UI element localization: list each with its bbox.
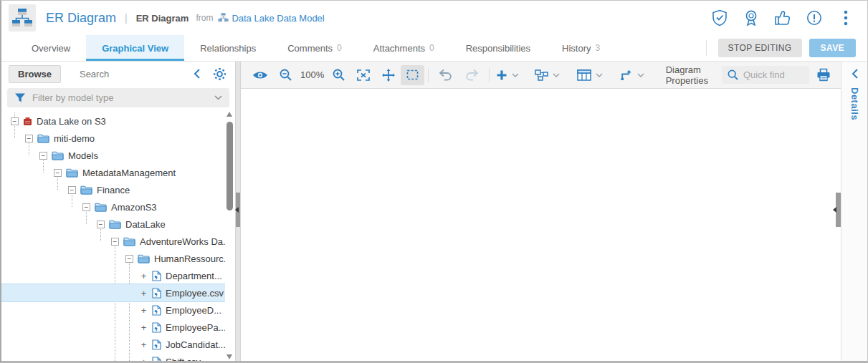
- alert-circle-icon[interactable]: [806, 9, 823, 26]
- shield-check-icon[interactable]: [711, 9, 728, 26]
- tab[interactable]: Comments 0: [272, 35, 358, 61]
- tree-item[interactable]: − + Models: [1, 147, 225, 164]
- tree-item[interactable]: − + EmployeeD...: [1, 301, 225, 319]
- tab-label: Overview: [32, 43, 70, 54]
- details-tab[interactable]: Details: [849, 87, 860, 120]
- tree-item[interactable]: − + JobCandidat...: [1, 336, 225, 353]
- add-entity-dropdown[interactable]: [493, 69, 522, 81]
- tab-count: 0: [429, 43, 434, 53]
- tree-item[interactable]: − + HumanRessourc...: [1, 250, 225, 267]
- tab[interactable]: Overview: [16, 35, 86, 61]
- tree-item[interactable]: − + Shift.csv: [1, 353, 225, 363]
- diagram-toolbar: 100%: [241, 62, 841, 88]
- tree-item-label: Shift.csv: [166, 357, 201, 363]
- app-window: ER Diagram | ER Diagram from Data Lake D…: [0, 0, 868, 363]
- expand-details-icon[interactable]: [852, 69, 858, 79]
- tree-item[interactable]: − + miti-demo: [1, 130, 225, 147]
- tree-item-label: DataLake: [125, 219, 166, 230]
- zoom-in-icon[interactable]: [327, 65, 350, 85]
- expand-toggle[interactable]: +: [140, 358, 148, 363]
- collapse-toggle[interactable]: −: [82, 203, 90, 211]
- tree-scrollbar[interactable]: [226, 112, 234, 359]
- tree-item[interactable]: − + AmazonS3: [1, 198, 225, 216]
- pan-move-icon[interactable]: [376, 65, 401, 85]
- browse-tab[interactable]: Browse: [9, 65, 61, 83]
- tab-label: Graphical View: [102, 43, 168, 54]
- tree-item[interactable]: − + DataLake: [1, 216, 225, 233]
- tree-item[interactable]: − + EmployeePa...: [1, 319, 225, 336]
- model-link[interactable]: Data Lake Data Model: [232, 13, 324, 24]
- scroll-up-arrow[interactable]: [226, 112, 232, 117]
- redo-icon[interactable]: [459, 65, 485, 85]
- diagram-area: 100%: [241, 62, 841, 363]
- collapse-toggle[interactable]: −: [111, 238, 119, 246]
- tab[interactable]: Relationships: [184, 35, 272, 61]
- expand-toggle[interactable]: +: [140, 341, 148, 349]
- tree-item[interactable]: − + Finance: [1, 181, 225, 198]
- collapse-toggle[interactable]: −: [11, 117, 19, 125]
- tree-item[interactable]: − + Data Lake on S3: [1, 112, 225, 130]
- tab[interactable]: Graphical View: [86, 35, 184, 61]
- thumbs-up-icon[interactable]: [774, 9, 791, 26]
- tab[interactable]: Responsibilities: [450, 35, 546, 61]
- expand-toggle[interactable]: +: [140, 289, 148, 297]
- relationship-dropdown[interactable]: [617, 69, 647, 81]
- quick-find-input[interactable]: [743, 69, 805, 80]
- panel-splitter[interactable]: [235, 62, 241, 363]
- object-name: ER Diagram: [136, 13, 189, 24]
- splitter-handle[interactable]: [236, 193, 240, 227]
- visibility-icon[interactable]: [247, 65, 274, 85]
- collapse-toggle[interactable]: −: [125, 255, 133, 263]
- collapse-toggle[interactable]: −: [97, 221, 105, 228]
- collapse-toggle[interactable]: −: [68, 186, 76, 194]
- tree-item[interactable]: − + Department...: [1, 267, 225, 284]
- csv-file-icon: [152, 288, 161, 299]
- fit-screen-icon[interactable]: [350, 65, 376, 85]
- collapse-toggle[interactable]: −: [39, 152, 47, 160]
- model-icon: [23, 117, 32, 126]
- collapse-toggle[interactable]: −: [25, 135, 33, 142]
- expand-toggle[interactable]: +: [140, 272, 148, 280]
- select-rectangle-icon[interactable]: [401, 65, 424, 85]
- app-header: ER Diagram | ER Diagram from Data Lake D…: [1, 1, 867, 35]
- tree-item[interactable]: − + MetadataManagement: [1, 164, 225, 181]
- chevron-down-icon: [637, 73, 644, 77]
- quick-find-box[interactable]: [722, 66, 809, 84]
- title-separator: |: [125, 12, 128, 24]
- expand-toggle[interactable]: +: [140, 324, 148, 331]
- tree-item-label: AmazonS3: [111, 202, 157, 213]
- folder-icon: [52, 151, 64, 160]
- search-tab[interactable]: Search: [80, 69, 109, 79]
- tab[interactable]: Attachments 0: [358, 35, 450, 61]
- collapse-panel-icon[interactable]: [194, 69, 200, 79]
- stop-editing-button[interactable]: STOP EDITING: [718, 39, 802, 57]
- model-tree: − + Data Lake on S3: [1, 112, 225, 363]
- zoom-out-icon[interactable]: [274, 65, 297, 85]
- table-display-dropdown[interactable]: [574, 69, 606, 81]
- diagram-properties-button[interactable]: Diagram Properties: [666, 64, 722, 86]
- certification-badge-icon[interactable]: [743, 9, 760, 26]
- scroll-down-arrow[interactable]: [226, 354, 232, 359]
- tab-label: Responsibilities: [466, 43, 530, 54]
- scrollbar-thumb[interactable]: [226, 122, 233, 210]
- more-vertical-icon[interactable]: [837, 9, 854, 26]
- folder-icon: [80, 185, 92, 195]
- folder-icon: [123, 237, 135, 246]
- tab-label: Attachments: [373, 43, 425, 54]
- details-splitter-handle[interactable]: [836, 193, 841, 227]
- diagram-canvas[interactable]: [241, 88, 841, 363]
- collapse-toggle[interactable]: −: [54, 169, 62, 177]
- print-icon[interactable]: [816, 68, 831, 82]
- undo-icon[interactable]: [432, 65, 459, 85]
- tree-item[interactable]: − + Employee.csv: [1, 284, 225, 301]
- save-button[interactable]: SAVE: [809, 39, 856, 57]
- tree-item-label: Models: [68, 150, 98, 161]
- tab[interactable]: History 3: [546, 35, 616, 61]
- chevron-down-icon: [553, 73, 560, 77]
- model-type-filter[interactable]: Filter by model type: [7, 88, 229, 107]
- expand-toggle[interactable]: +: [140, 306, 148, 314]
- auto-layout-dropdown[interactable]: [532, 69, 563, 81]
- gear-icon[interactable]: [213, 67, 226, 81]
- tree-item[interactable]: − + AdventureWorks Da...: [1, 233, 225, 250]
- tab-label: Relationships: [200, 43, 256, 54]
